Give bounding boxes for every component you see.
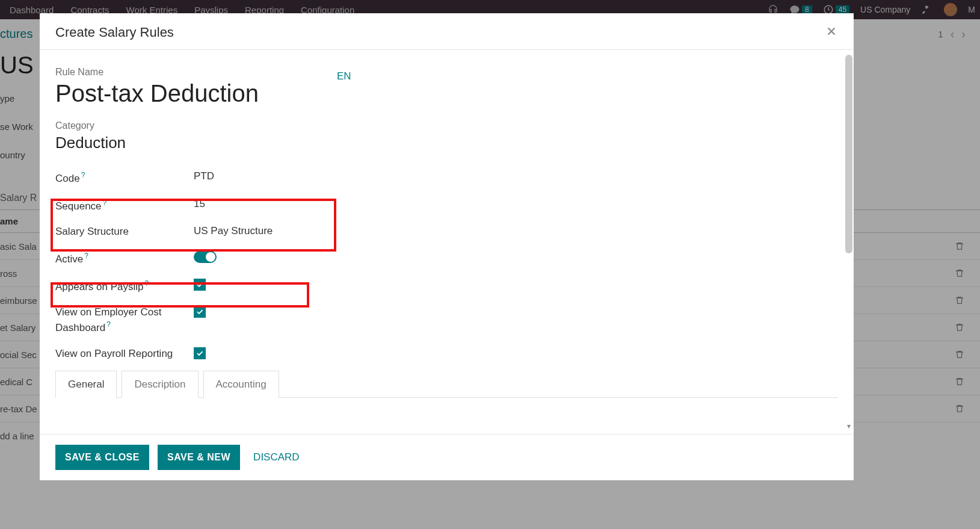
help-icon[interactable]: ? [144, 279, 149, 288]
category-input[interactable]: Deduction [55, 134, 838, 152]
tabs: General Description Accounting [55, 371, 838, 398]
sequence-input[interactable]: 15 [194, 198, 205, 210]
language-button[interactable]: EN [337, 70, 351, 82]
save-new-button[interactable]: SAVE & NEW [158, 445, 240, 470]
field-sequence: Sequence? 15 [55, 192, 374, 220]
scrollbar-thumb[interactable] [845, 55, 852, 253]
tab-accounting[interactable]: Accounting [203, 371, 279, 398]
modal-footer: SAVE & CLOSE SAVE & NEW DISCARD [40, 434, 854, 480]
help-icon[interactable]: ? [106, 320, 111, 329]
close-icon[interactable] [825, 24, 838, 41]
discard-button[interactable]: DISCARD [248, 444, 304, 471]
sequence-label: Sequence [55, 200, 102, 211]
field-appears-on-payslip: Appears on Payslip? [55, 273, 374, 300]
category-label: Category [55, 120, 838, 131]
help-icon[interactable]: ? [84, 252, 88, 260]
field-structure: Salary Structure US Pay Structure [55, 219, 374, 245]
code-label: Code [55, 173, 80, 184]
structure-input[interactable]: US Pay Structure [194, 225, 273, 237]
modal-header: Create Salary Rules [40, 13, 854, 50]
field-payroll-reporting: View on Payroll Reporting [55, 341, 374, 367]
rule-name-label: Rule Name [55, 67, 259, 78]
create-salary-rules-modal: Create Salary Rules ▾ Rule Name Post-tax… [40, 13, 854, 480]
reporting-checkbox[interactable] [194, 347, 206, 359]
appears-label: Appears on Payslip [55, 280, 143, 292]
tab-general[interactable]: General [55, 371, 117, 398]
structure-label: Salary Structure [55, 226, 129, 237]
field-code: Code? PTD [55, 164, 374, 192]
help-icon[interactable]: ? [103, 199, 107, 207]
scroll-down-icon[interactable]: ▾ [845, 422, 852, 430]
help-icon[interactable]: ? [81, 171, 85, 179]
field-grid: Code? PTD Sequence? 15 Salary Structure … [55, 164, 374, 367]
code-input[interactable]: PTD [194, 170, 214, 182]
tab-description[interactable]: Description [122, 371, 198, 398]
active-toggle[interactable] [194, 251, 217, 263]
modal-title: Create Salary Rules [55, 25, 174, 40]
modal-body: ▾ Rule Name Post-tax Deduction EN Catego… [40, 50, 854, 434]
field-active: Active? [55, 245, 374, 273]
field-employer-cost: View on Employer Cost Dashboard? [55, 300, 374, 341]
rule-name-input[interactable]: Post-tax Deduction [55, 80, 259, 107]
save-close-button[interactable]: SAVE & CLOSE [55, 445, 149, 470]
reporting-label: View on Payroll Reporting [55, 348, 173, 359]
active-label: Active [55, 253, 83, 265]
appears-checkbox[interactable] [194, 279, 206, 291]
employer-checkbox[interactable] [194, 306, 206, 318]
